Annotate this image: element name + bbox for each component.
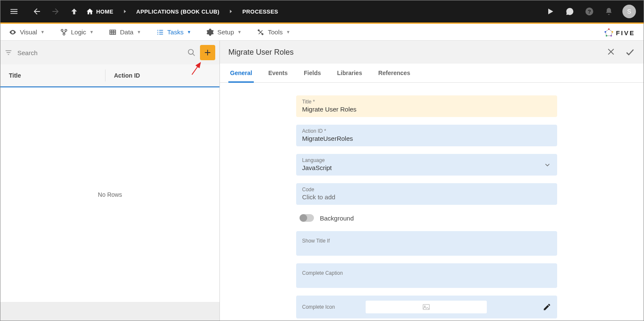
home-icon [86, 8, 94, 15]
table-icon [109, 28, 117, 36]
svg-point-2 [61, 29, 63, 31]
filter-icon[interactable] [5, 49, 13, 56]
svg-point-12 [610, 35, 612, 37]
logic-icon [60, 28, 68, 36]
toggle-thumb [300, 214, 307, 222]
field-complete-caption-label: Complete Caption [302, 270, 551, 276]
field-code[interactable]: Code Click to add [296, 183, 557, 205]
field-code-label: Code [302, 187, 551, 193]
help-icon[interactable]: ? [583, 6, 595, 17]
edit-icon[interactable] [543, 303, 551, 311]
breadcrumb-processes[interactable]: PROCESSES [242, 8, 278, 15]
confirm-icon[interactable] [625, 47, 635, 57]
detail-header: Migrate User Roles [220, 41, 644, 64]
eye-icon [9, 28, 17, 36]
field-complete-caption[interactable]: Complete Caption [296, 263, 557, 288]
svg-point-4 [63, 33, 65, 35]
notifications-icon[interactable] [603, 6, 615, 17]
field-background: Background [296, 212, 557, 223]
background-toggle[interactable] [300, 214, 314, 222]
tab-setup-label: Setup [217, 28, 234, 36]
background-label: Background [320, 215, 354, 222]
chevron-down-icon: ▼ [89, 30, 94, 34]
right-panel: Migrate User Roles General Events Fields… [220, 41, 644, 321]
field-action-id-value: MigrateUserRoles [302, 135, 551, 142]
field-language-label: Language [302, 157, 551, 163]
image-icon [422, 303, 430, 311]
table-header: Title Action ID [0, 64, 219, 87]
column-title[interactable]: Title [0, 70, 105, 81]
left-panel: Title Action ID No Rows [0, 41, 220, 321]
no-rows-message: No Rows [0, 87, 219, 302]
back-icon[interactable] [31, 6, 43, 17]
chevron-down-icon: ▼ [137, 30, 141, 34]
close-icon[interactable] [606, 47, 616, 57]
run-icon[interactable] [544, 6, 556, 17]
field-action-id[interactable]: Action ID * MigrateUserRoles [296, 125, 557, 146]
breadcrumb-home[interactable]: HOME [86, 8, 114, 15]
sub-tab-events[interactable]: Events [266, 64, 289, 82]
hamburger-icon[interactable] [8, 6, 20, 17]
breadcrumb-applications[interactable]: APPLICATIONS (BOOK CLUB) [136, 8, 219, 15]
tab-visual-label: Visual [20, 28, 37, 36]
tab-data[interactable]: Data ▼ [109, 25, 141, 39]
tab-tools[interactable]: Tools ▼ [257, 25, 290, 39]
field-title[interactable]: Title * Migrate User Roles [296, 95, 557, 117]
chevron-down-icon [544, 161, 551, 169]
svg-point-9 [605, 31, 606, 33]
breadcrumb: HOME APPLICATIONS (BOOK CLUB) PROCESSES [86, 8, 278, 15]
left-footer [0, 302, 219, 321]
sub-tabs: General Events Fields Libraries Referenc… [220, 64, 644, 83]
tab-setup[interactable]: Setup ▼ [206, 25, 242, 39]
sub-tab-libraries[interactable]: Libraries [336, 64, 364, 82]
svg-point-8 [608, 28, 610, 30]
tab-logic-label: Logic [71, 28, 86, 36]
sub-tab-references[interactable]: References [377, 64, 412, 82]
feedback-icon[interactable] [564, 6, 576, 17]
brand-logo: FIVE [604, 28, 635, 37]
search-input[interactable] [16, 47, 185, 59]
field-action-id-label: Action ID * [302, 128, 551, 134]
tab-visual[interactable]: Visual ▼ [9, 25, 45, 39]
chevron-down-icon: ▼ [41, 30, 45, 34]
svg-point-6 [258, 30, 259, 31]
tab-logic[interactable]: Logic ▼ [60, 25, 94, 39]
tools-icon [257, 28, 264, 36]
svg-point-3 [65, 29, 67, 31]
search-bar [0, 41, 219, 64]
field-language[interactable]: Language JavaScript [296, 154, 557, 176]
tab-tasks-label: Tasks [167, 28, 183, 36]
field-title-value: Migrate User Roles [302, 106, 551, 113]
field-title-label: Title * [302, 99, 551, 105]
svg-point-10 [611, 31, 613, 33]
tab-tools-label: Tools [268, 28, 283, 36]
breadcrumb-processes-label: PROCESSES [242, 8, 278, 15]
chevron-down-icon: ▼ [237, 30, 242, 34]
upload-box[interactable] [366, 301, 487, 313]
breadcrumb-home-label: HOME [96, 8, 114, 15]
field-complete-icon[interactable]: Complete Icon [296, 296, 557, 318]
svg-rect-5 [110, 30, 116, 34]
sub-tab-general[interactable]: General [228, 64, 254, 82]
plus-icon [203, 48, 212, 57]
chevron-right-icon [122, 8, 128, 14]
search-icon[interactable] [187, 48, 197, 57]
brand-text: FIVE [616, 29, 635, 36]
field-complete-icon-label: Complete Icon [302, 304, 366, 310]
field-show-title-if[interactable]: Show Title If [296, 231, 557, 256]
up-icon[interactable] [68, 6, 80, 17]
tab-data-label: Data [120, 28, 133, 36]
column-action-id[interactable]: Action ID [105, 72, 219, 79]
svg-point-13 [189, 50, 194, 55]
avatar[interactable]: S [622, 5, 636, 18]
field-language-value: JavaScript [302, 164, 551, 171]
svg-text:?: ? [588, 8, 591, 15]
gear-icon [206, 28, 214, 36]
topbar: HOME APPLICATIONS (BOOK CLUB) PROCESSES … [0, 0, 644, 22]
sub-tab-fields[interactable]: Fields [302, 64, 322, 82]
forward-icon [50, 6, 61, 17]
tab-tasks[interactable]: Tasks ▼ [156, 25, 191, 39]
add-button[interactable] [200, 45, 215, 60]
form-scroll[interactable]: Title * Migrate User Roles Action ID * M… [220, 83, 644, 321]
brand-mark-icon [604, 28, 613, 37]
